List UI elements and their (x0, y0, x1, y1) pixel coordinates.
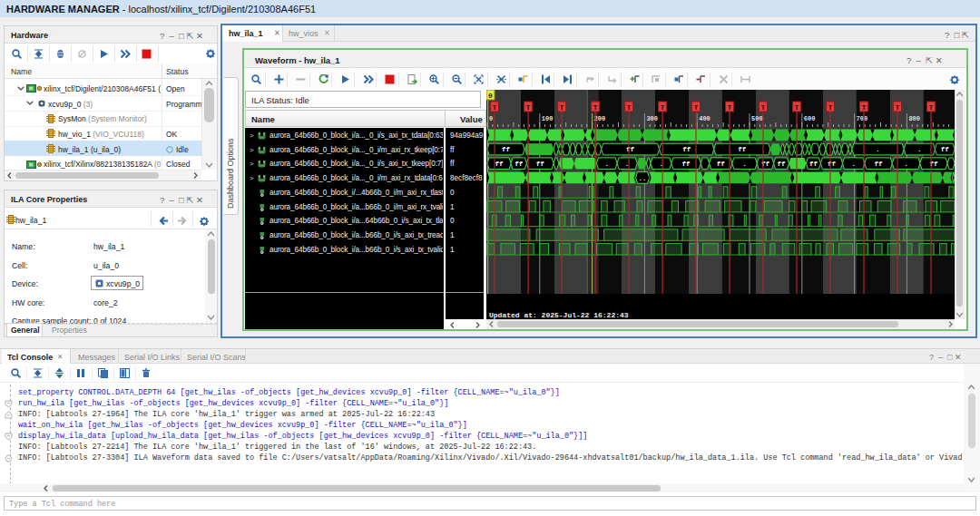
svg-text:0: 0 (489, 115, 493, 122)
svg-text:.: . (605, 161, 610, 168)
svg-text:ff: ff (761, 161, 770, 168)
svg-text:ff: ff (682, 161, 691, 168)
svg-text:400: 400 (699, 115, 710, 122)
svg-text:ff: ff (495, 161, 505, 168)
svg-text:ff: ff (809, 161, 818, 168)
svg-text:T: T (728, 104, 732, 112)
svg-text:100: 100 (542, 115, 554, 122)
svg-text:T: T (795, 104, 799, 112)
svg-text:700: 700 (857, 115, 868, 122)
svg-text:.: . (904, 161, 908, 168)
svg-text:.: . (851, 161, 856, 168)
svg-text:.: . (876, 146, 880, 153)
svg-text:800: 800 (908, 115, 920, 122)
svg-text:T: T (896, 104, 900, 112)
svg-text:.: . (917, 146, 922, 153)
svg-text:ff: ff (738, 146, 747, 153)
svg-text:T: T (694, 104, 699, 112)
svg-text:ff: ff (514, 161, 524, 168)
svg-text:..: .. (639, 175, 647, 182)
svg-text:T: T (661, 104, 665, 112)
svg-text:T: T (761, 104, 766, 112)
svg-text:500: 500 (751, 115, 763, 122)
svg-text:T: T (560, 104, 564, 112)
svg-text:300: 300 (646, 115, 658, 122)
svg-text:Updated at: 2025-Jul-22 16:22:: Updated at: 2025-Jul-22 16:22:43 (489, 311, 629, 319)
svg-text:600: 600 (804, 115, 816, 122)
svg-text:ff: ff (828, 161, 837, 168)
svg-text:T: T (929, 104, 934, 112)
svg-text:.: . (742, 161, 747, 168)
svg-text:ff: ff (536, 161, 545, 168)
svg-text:ff: ff (717, 161, 726, 168)
svg-text:ff: ff (941, 146, 950, 153)
svg-text:T: T (526, 104, 531, 112)
svg-text:ff: ff (875, 161, 884, 168)
svg-text:ff: ff (777, 161, 786, 168)
svg-text:T: T (627, 104, 632, 112)
svg-text:ff: ff (626, 146, 635, 153)
svg-text:ff: ff (682, 146, 691, 153)
svg-text:T: T (593, 104, 598, 112)
svg-text:T: T (862, 104, 867, 112)
svg-text:T: T (828, 104, 833, 112)
svg-text:ff: ff (502, 146, 511, 153)
svg-text:T: T (493, 104, 497, 112)
svg-text:0: 0 (488, 92, 493, 100)
